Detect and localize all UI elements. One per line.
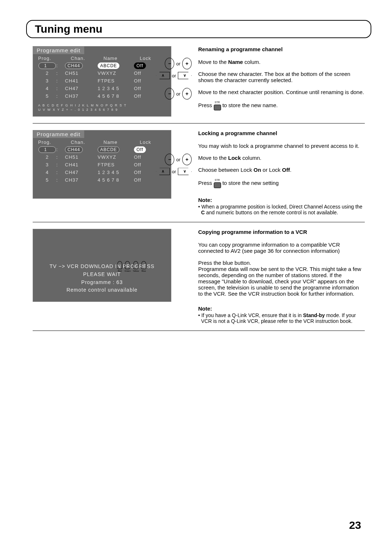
or-label: or <box>171 73 177 78</box>
plus-button-icon: + <box>182 88 192 100</box>
divider <box>33 222 365 222</box>
or-label: or <box>175 91 181 97</box>
up-down-buttons: ∧ or ∨ <box>72 166 192 177</box>
minus-button-icon: − <box>165 58 174 69</box>
blue-button-icon <box>141 261 146 269</box>
str-button-icon <box>214 182 221 188</box>
minus-plus-buttons: − or + <box>72 88 192 99</box>
minus-plus-buttons: − or + <box>72 58 192 69</box>
step-choose-char: Choose the new character. The box at the… <box>198 71 365 83</box>
down-button-icon: ∨ <box>178 168 192 175</box>
up-button-icon: ∧ <box>156 72 170 79</box>
note-label: Note: <box>198 305 365 312</box>
minus-button-icon: − <box>165 154 174 165</box>
or-label: or <box>171 169 177 174</box>
copy-intro: You can copy programme information to a … <box>198 242 365 254</box>
red-button-icon <box>117 261 122 269</box>
col-prog: Prog. <box>38 56 71 61</box>
step-next-char: Move to the next character position. Con… <box>198 89 365 95</box>
up-button-icon: ∧ <box>156 168 170 175</box>
or-label: or <box>175 61 181 66</box>
down-button-icon: ∨ <box>178 72 192 79</box>
page-title-box: Tuning menu <box>26 20 371 38</box>
page-title: Tuning menu <box>35 23 363 35</box>
heading-locking: Locking a programme channel <box>198 130 365 136</box>
up-down-buttons: ∧ or ∨ <box>72 70 192 81</box>
copy-body: Press the blue button. Programme data wi… <box>198 260 365 297</box>
osd-title: Programme edit <box>33 46 84 54</box>
str-button-icon <box>214 105 221 110</box>
divider <box>33 123 365 123</box>
section-copying: Copying programme information to a VCR T… <box>33 229 365 324</box>
str-label: STR <box>214 101 221 104</box>
section-renaming: Renaming a programme channel Programme e… <box>33 46 365 117</box>
lock-intro: You may wish to lock a programme channel… <box>198 143 365 149</box>
plus-button-icon: + <box>182 58 192 69</box>
heading-copying: Copying programme information to a VCR <box>198 229 365 235</box>
note-body-lock: • When a programme position is locked, D… <box>198 204 365 215</box>
section-locking: Locking a programme channel Programme ed… <box>33 130 365 215</box>
step-move-lock: Move to the Lock column. <box>198 155 365 161</box>
or-label: or <box>175 157 181 162</box>
divider <box>33 331 365 331</box>
page-number: 23 <box>349 519 361 531</box>
osd-title: Programme edit <box>33 130 84 138</box>
minus-button-icon: − <box>165 88 174 100</box>
green-button-icon <box>125 261 130 269</box>
note-body-copy: • If you have a Q-Link VCR, ensure that … <box>198 312 365 324</box>
step-lock-onoff: Choose between Lock On or Lock Off. <box>198 167 365 173</box>
step-store-lock: Press STR to store the new setting <box>198 179 365 188</box>
minus-plus-buttons: − or + <box>72 154 192 165</box>
heading-renaming: Renaming a programme channel <box>198 46 365 52</box>
col-prog: Prog. <box>38 139 71 145</box>
step-move-name: Move to the Name colum. <box>198 59 365 65</box>
step-store-name: Press STR to store the new name. <box>198 101 365 110</box>
yellow-button-icon <box>133 261 138 269</box>
str-label: STR <box>214 179 221 181</box>
note-label: Note: <box>198 197 365 203</box>
color-buttons: Red Green Yellow Blue <box>72 261 192 272</box>
plus-button-icon: + <box>182 154 192 165</box>
